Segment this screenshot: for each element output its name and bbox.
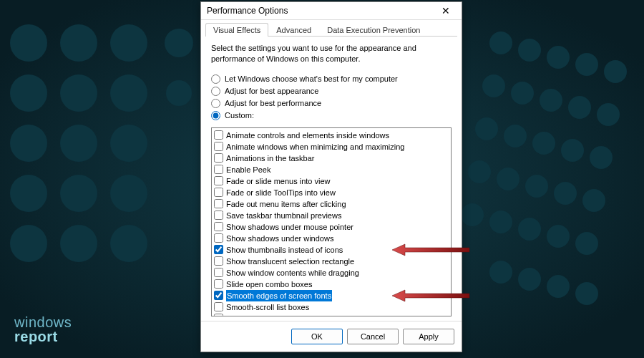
radio-input-custom[interactable] bbox=[211, 111, 220, 120]
radio-bestperf[interactable]: Adjust for best performance bbox=[211, 99, 452, 108]
visual-effects-listbox[interactable]: Animate controls and elements inside win… bbox=[211, 127, 452, 316]
option-row[interactable]: Show shadows under mouse pointer bbox=[213, 221, 449, 233]
option-label: Show thumbnails instead of icons bbox=[226, 244, 343, 256]
tab-advanced[interactable]: Advanced bbox=[268, 23, 319, 37]
dialog-button-row: OK Cancel Apply bbox=[201, 321, 462, 352]
ok-button[interactable]: OK bbox=[291, 329, 343, 344]
option-row[interactable]: Show shadows under windows bbox=[213, 233, 449, 244]
option-checkbox[interactable] bbox=[214, 153, 223, 163]
svg-point-26 bbox=[568, 96, 591, 119]
radio-label: Adjust for best appearance bbox=[225, 87, 318, 95]
tab-visual-effects[interactable]: Visual Effects bbox=[205, 23, 268, 37]
option-checkbox[interactable] bbox=[214, 142, 223, 151]
option-row[interactable]: Smooth edges of screen fonts bbox=[213, 290, 449, 301]
svg-point-36 bbox=[554, 182, 577, 205]
svg-point-3 bbox=[110, 24, 147, 62]
svg-point-5 bbox=[10, 74, 47, 112]
svg-point-10 bbox=[60, 125, 97, 162]
option-label: Enable Peek bbox=[226, 164, 270, 175]
svg-point-42 bbox=[575, 232, 598, 255]
svg-point-18 bbox=[489, 32, 512, 54]
radio-label: Let Windows choose what's best for my co… bbox=[225, 74, 398, 83]
svg-point-21 bbox=[575, 53, 598, 76]
svg-point-2 bbox=[60, 24, 97, 62]
watermark-line2: report bbox=[14, 329, 58, 344]
option-row[interactable]: Smooth-scroll list boxes bbox=[213, 301, 449, 313]
option-row[interactable]: Slide open combo boxes bbox=[213, 279, 449, 290]
titlebar[interactable]: Performance Options ✕ bbox=[201, 2, 462, 20]
svg-point-13 bbox=[60, 175, 97, 212]
option-checkbox[interactable] bbox=[214, 314, 223, 316]
window-title: Performance Options bbox=[207, 6, 434, 16]
svg-point-35 bbox=[525, 175, 548, 198]
option-label: Slide open combo boxes bbox=[226, 279, 312, 290]
option-row[interactable]: Fade out menu items after clicking bbox=[213, 198, 449, 210]
option-checkbox[interactable] bbox=[214, 268, 223, 277]
svg-point-4 bbox=[165, 29, 193, 57]
svg-point-12 bbox=[10, 175, 47, 212]
description-text: Select the settings you want to use for … bbox=[211, 43, 452, 64]
option-checkbox[interactable] bbox=[214, 256, 223, 266]
svg-point-14 bbox=[110, 175, 147, 212]
svg-point-11 bbox=[110, 125, 147, 162]
svg-point-32 bbox=[590, 146, 613, 169]
cancel-button[interactable]: Cancel bbox=[347, 329, 399, 344]
option-checkbox[interactable] bbox=[214, 188, 223, 197]
option-row[interactable]: Animate controls and elements inside win… bbox=[213, 130, 449, 141]
radio-bestapp[interactable]: Adjust for best appearance bbox=[211, 87, 452, 96]
option-row[interactable]: Animations in the taskbar bbox=[213, 153, 449, 164]
apply-button[interactable]: Apply bbox=[403, 329, 454, 344]
option-checkbox[interactable] bbox=[214, 130, 223, 140]
radio-input-bestperf[interactable] bbox=[211, 99, 220, 108]
option-row[interactable]: Animate windows when minimizing and maxi… bbox=[213, 141, 449, 153]
option-checkbox[interactable] bbox=[214, 291, 223, 300]
svg-point-22 bbox=[604, 60, 627, 83]
option-label: Animate controls and elements inside win… bbox=[226, 130, 389, 141]
svg-point-30 bbox=[532, 132, 555, 155]
option-row[interactable]: Fade or slide ToolTips into view bbox=[213, 187, 449, 198]
performance-options-dialog: Performance Options ✕ Visual EffectsAdva… bbox=[200, 1, 462, 352]
option-label: Show window contents while dragging bbox=[226, 267, 359, 279]
radio-input-auto[interactable] bbox=[211, 74, 220, 84]
svg-point-1 bbox=[10, 24, 47, 62]
svg-point-39 bbox=[489, 211, 512, 233]
option-checkbox[interactable] bbox=[214, 233, 223, 243]
close-icon: ✕ bbox=[441, 5, 450, 16]
tab-data-execution-prevention[interactable]: Data Execution Prevention bbox=[319, 23, 428, 37]
svg-point-7 bbox=[110, 74, 147, 112]
option-checkbox[interactable] bbox=[214, 199, 223, 208]
option-checkbox[interactable] bbox=[214, 176, 223, 185]
option-label: Fade or slide menus into view bbox=[226, 175, 331, 187]
svg-point-28 bbox=[475, 117, 498, 140]
option-checkbox[interactable] bbox=[214, 211, 223, 220]
option-row[interactable]: Use drop shadows for icon labels on the … bbox=[213, 313, 449, 316]
svg-point-41 bbox=[547, 225, 570, 248]
option-row[interactable]: Fade or slide menus into view bbox=[213, 175, 449, 187]
tab-strip: Visual EffectsAdvancedData Execution Pre… bbox=[201, 20, 462, 37]
svg-point-29 bbox=[504, 125, 527, 147]
option-checkbox[interactable] bbox=[214, 222, 223, 231]
option-checkbox[interactable] bbox=[214, 302, 223, 311]
option-label: Show shadows under mouse pointer bbox=[226, 221, 353, 233]
radio-input-bestapp[interactable] bbox=[211, 87, 220, 96]
radio-label: Custom: bbox=[225, 111, 254, 120]
radio-custom[interactable]: Custom: bbox=[211, 111, 452, 120]
option-row[interactable]: Save taskbar thumbnail previews bbox=[213, 210, 449, 221]
mode-radio-group: Let Windows choose what's best for my co… bbox=[211, 72, 452, 123]
svg-point-27 bbox=[597, 103, 620, 126]
option-checkbox[interactable] bbox=[214, 245, 223, 254]
radio-label: Adjust for best performance bbox=[225, 99, 321, 107]
option-row[interactable]: Show translucent selection rectangle bbox=[213, 256, 449, 267]
option-row[interactable]: Show window contents while dragging bbox=[213, 267, 449, 279]
option-row[interactable]: Show thumbnails instead of icons bbox=[213, 244, 449, 256]
svg-point-43 bbox=[489, 261, 512, 284]
option-label: Use drop shadows for icon labels on the … bbox=[226, 313, 396, 316]
radio-auto[interactable]: Let Windows choose what's best for my co… bbox=[211, 74, 452, 84]
svg-point-17 bbox=[110, 225, 147, 262]
close-button[interactable]: ✕ bbox=[434, 4, 457, 18]
option-checkbox[interactable] bbox=[214, 279, 223, 289]
svg-point-37 bbox=[582, 189, 605, 212]
option-row[interactable]: Enable Peek bbox=[213, 164, 449, 175]
svg-point-6 bbox=[60, 74, 97, 112]
option-checkbox[interactable] bbox=[214, 165, 223, 174]
